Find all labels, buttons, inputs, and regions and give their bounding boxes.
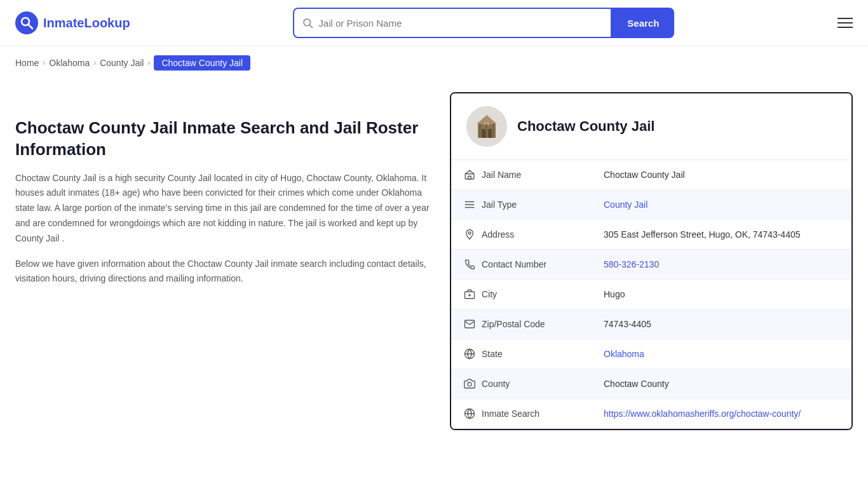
jail-info-card: Choctaw County Jail Jail Name Choctaw Co… xyxy=(450,92,853,430)
page-description-1: Choctaw County Jail is a high security C… xyxy=(15,171,435,247)
search-bar: Search xyxy=(293,8,674,38)
jail-card-title: Choctaw County Jail xyxy=(517,118,654,135)
city-icon xyxy=(464,288,475,300)
breadcrumb-county-jail[interactable]: County Jail xyxy=(100,58,144,68)
link-jail-type[interactable]: County Jail xyxy=(604,200,648,210)
jail-name-icon xyxy=(464,169,475,180)
logo-icon xyxy=(15,11,38,34)
search-input-wrapper xyxy=(293,8,612,38)
label-text: Contact Number xyxy=(482,259,546,269)
label-text: Jail Name xyxy=(482,170,521,180)
chevron-icon-2: › xyxy=(93,58,96,67)
value-county: Choctaw County xyxy=(591,369,851,399)
link-state[interactable]: Oklahoma xyxy=(604,349,644,359)
chevron-icon-3: › xyxy=(147,58,150,67)
svg-rect-7 xyxy=(488,129,492,138)
svg-rect-6 xyxy=(482,129,485,138)
header: InmateLookup Search xyxy=(0,0,868,46)
search-icon xyxy=(302,17,313,29)
label-text: Zip/Postal Code xyxy=(482,319,545,329)
link-contact-number[interactable]: 580-326-2130 xyxy=(604,259,659,269)
label-text: Inmate Search xyxy=(482,409,539,419)
label-text: Jail Type xyxy=(482,200,517,210)
logo-text: InmateLookup xyxy=(43,16,130,30)
label-address: Address xyxy=(451,220,591,250)
value-zip: 74743-4405 xyxy=(591,309,851,339)
state-icon xyxy=(464,348,475,360)
table-row: City Hugo xyxy=(451,280,851,309)
svg-rect-12 xyxy=(485,124,487,138)
value-address: 305 East Jefferson Street, Hugo, OK, 747… xyxy=(591,220,851,250)
label-jail-name: Jail Name xyxy=(451,160,591,190)
label-zip: Zip/Postal Code xyxy=(451,309,591,339)
logo[interactable]: InmateLookup xyxy=(15,11,130,34)
value-jail-type[interactable]: County Jail xyxy=(591,190,851,220)
label-contact-number: Contact Number xyxy=(451,250,591,280)
breadcrumb-oklahoma[interactable]: Oklahoma xyxy=(49,58,90,68)
jail-avatar xyxy=(466,106,507,147)
info-table: Jail Name Choctaw County Jail Jail Type … xyxy=(451,160,851,429)
label-text: County xyxy=(482,379,510,389)
page-description-2: Below we have given information about th… xyxy=(15,257,435,287)
label-inmate-search: Inmate Search xyxy=(451,399,591,429)
svg-point-24 xyxy=(468,383,471,386)
table-row: Inmate Search https://www.oklahomasherif… xyxy=(451,399,851,429)
contact-number-icon xyxy=(464,259,475,270)
address-icon xyxy=(464,229,475,240)
value-contact-number[interactable]: 580-326-2130 xyxy=(591,250,851,280)
svg-point-18 xyxy=(468,232,471,234)
hamburger-line-3 xyxy=(837,27,853,28)
hamburger-line-2 xyxy=(837,22,853,24)
svg-rect-10 xyxy=(479,124,481,138)
search-input[interactable] xyxy=(318,18,603,29)
value-jail-name: Choctaw County Jail xyxy=(591,160,851,190)
breadcrumb: Home › Oklahoma › County Jail › Choctaw … xyxy=(0,46,868,79)
zip-icon xyxy=(464,318,475,330)
value-state[interactable]: Oklahoma xyxy=(591,339,851,369)
left-content: Choctaw County Jail Inmate Search and Ja… xyxy=(15,92,435,430)
hamburger-menu[interactable] xyxy=(837,18,853,28)
svg-line-3 xyxy=(310,25,313,27)
jail-type-icon xyxy=(464,199,475,210)
breadcrumb-active: Choctaw County Jail xyxy=(154,55,250,71)
breadcrumb-home[interactable]: Home xyxy=(15,58,39,68)
table-row: Zip/Postal Code 74743-4405 xyxy=(451,309,851,339)
label-text: State xyxy=(482,349,503,359)
card-header: Choctaw County Jail xyxy=(451,93,851,160)
table-row: Contact Number 580-326-2130 xyxy=(451,250,851,280)
table-row: Address 305 East Jefferson Street, Hugo,… xyxy=(451,220,851,250)
label-jail-type: Jail Type xyxy=(451,190,591,220)
inmate-search-icon xyxy=(464,408,475,419)
label-city: City xyxy=(451,280,591,309)
table-row: State Oklahoma xyxy=(451,339,851,369)
value-inmate-search[interactable]: https://www.oklahomasheriffs.org/choctaw… xyxy=(591,399,851,429)
label-text: Address xyxy=(482,229,514,240)
label-text: City xyxy=(482,289,497,299)
county-icon xyxy=(464,378,475,390)
table-row: Jail Name Choctaw County Jail xyxy=(451,160,851,190)
label-state: State xyxy=(451,339,591,369)
chevron-icon-1: › xyxy=(43,58,45,67)
main-content: Choctaw County Jail Inmate Search and Ja… xyxy=(0,79,868,443)
svg-line-1 xyxy=(29,25,32,29)
search-button[interactable]: Search xyxy=(612,8,674,38)
page-title: Choctaw County Jail Inmate Search and Ja… xyxy=(15,118,435,161)
table-row: County Choctaw County xyxy=(451,369,851,399)
hamburger-line-1 xyxy=(837,18,853,19)
label-county: County xyxy=(451,369,591,399)
table-row: Jail Type County Jail xyxy=(451,190,851,220)
svg-rect-11 xyxy=(492,124,494,138)
value-city: Hugo xyxy=(591,280,851,309)
link-inmate-search[interactable]: https://www.oklahomasheriffs.org/choctaw… xyxy=(604,409,801,419)
svg-rect-14 xyxy=(468,176,471,179)
